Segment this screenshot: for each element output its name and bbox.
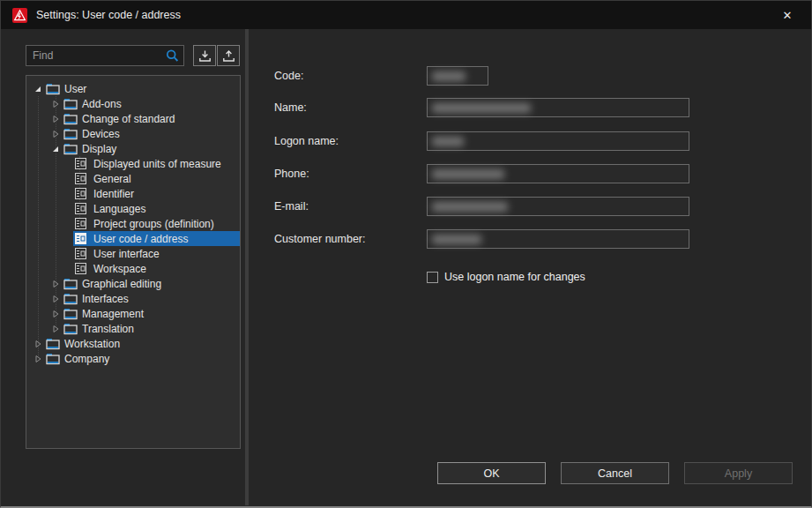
redacted-value xyxy=(432,71,466,81)
tree-item-label: Add-ons xyxy=(82,98,122,110)
triangle-collapsed-icon[interactable] xyxy=(49,98,62,110)
tree-item-company[interactable]: Company xyxy=(26,351,240,366)
name-field[interactable] xyxy=(427,98,689,117)
tree-item-change-of-standard[interactable]: Change of standard xyxy=(26,111,240,126)
arrow-down-tray-icon xyxy=(198,49,212,63)
tree-item-label: Identifier xyxy=(93,188,134,200)
tree-item-label: Interfaces xyxy=(82,293,129,305)
tree-item-label: Workstation xyxy=(64,338,120,350)
ok-button[interactable]: OK xyxy=(437,462,546,484)
phone-field[interactable] xyxy=(427,164,689,183)
folder-icon xyxy=(63,323,78,335)
tree-item-graphical-editing[interactable]: Graphical editing xyxy=(26,276,240,291)
folder-icon xyxy=(46,83,60,95)
use-logon-name-row: Use logon name for changes xyxy=(427,271,585,283)
tree-item-label: Project groups (definition) xyxy=(93,218,214,230)
triangle-collapsed-icon[interactable] xyxy=(49,323,62,335)
search-input[interactable] xyxy=(26,46,183,65)
folder-icon xyxy=(63,143,78,155)
folder-icon xyxy=(63,293,78,305)
email-label: E-mail: xyxy=(274,200,309,213)
folder-icon xyxy=(63,128,78,140)
triangle-collapsed-icon[interactable] xyxy=(32,338,44,350)
tree-item-label: General xyxy=(93,173,131,185)
titlebar: Settings: User code / address ✕ xyxy=(1,1,811,29)
settings-page-icon xyxy=(75,263,89,275)
folder-icon xyxy=(63,98,78,110)
arrow-up-tray-icon xyxy=(222,49,235,63)
use-logon-name-checkbox[interactable] xyxy=(427,272,438,283)
triangle-collapsed-icon[interactable] xyxy=(49,278,62,290)
cancel-button[interactable]: Cancel xyxy=(561,462,669,484)
tree-item-translation[interactable]: Translation xyxy=(26,321,240,336)
settings-page-icon xyxy=(75,173,89,185)
redacted-value xyxy=(432,137,464,146)
triangle-expanded-icon[interactable] xyxy=(49,143,62,155)
find-box xyxy=(26,45,184,66)
tree-item-label: Management xyxy=(82,308,144,320)
tree-item-project-groups-definition[interactable]: Project groups (definition) xyxy=(26,216,240,231)
tree-item-workstation[interactable]: Workstation xyxy=(26,336,240,351)
settings-page-icon xyxy=(75,218,89,230)
settings-window: Settings: User code / address ✕ Us xyxy=(0,0,812,508)
tree-item-label: User xyxy=(64,83,86,95)
phone-label: Phone: xyxy=(274,168,309,180)
tree-item-label: User code / address xyxy=(93,233,188,245)
folder-icon xyxy=(63,308,78,320)
tree-item-management[interactable]: Management xyxy=(26,306,240,321)
code-field[interactable] xyxy=(427,66,488,86)
logon-name-label: Logon name: xyxy=(274,135,339,147)
tree-item-general[interactable]: General xyxy=(26,171,240,186)
use-logon-name-label: Use logon name for changes xyxy=(444,271,585,283)
tree-item-label: Change of standard xyxy=(82,113,175,125)
export-settings-button[interactable] xyxy=(217,45,240,66)
tree-item-identifier[interactable]: Identifier xyxy=(26,186,240,201)
tree-item-user-interface[interactable]: User interface xyxy=(26,246,240,261)
panel-splitter[interactable] xyxy=(245,29,249,505)
magnifier-icon[interactable] xyxy=(165,49,180,64)
close-icon[interactable]: ✕ xyxy=(774,1,801,29)
tree-item-add-ons[interactable]: Add-ons xyxy=(26,96,240,111)
tree-item-user[interactable]: User xyxy=(26,81,240,96)
tree-item-label: Display xyxy=(82,143,116,155)
tree-item-label: Company xyxy=(64,353,109,365)
tree-item-displayed-units-of-measure[interactable]: Displayed units of measure xyxy=(26,156,240,171)
email-field[interactable] xyxy=(427,197,689,216)
triangle-collapsed-icon[interactable] xyxy=(32,353,44,365)
triangle-collapsed-icon[interactable] xyxy=(49,308,62,320)
tree-item-label: Displayed units of measure xyxy=(93,158,221,170)
triangle-collapsed-icon[interactable] xyxy=(49,128,62,140)
tree-item-display[interactable]: Display xyxy=(26,141,240,156)
name-label: Name: xyxy=(274,101,307,114)
tree-item-devices[interactable]: Devices xyxy=(26,126,240,141)
tree-item-user-code-address[interactable]: User code / address xyxy=(26,231,240,246)
folder-icon xyxy=(46,338,60,350)
redacted-value xyxy=(432,202,508,212)
triangle-collapsed-icon[interactable] xyxy=(49,293,62,305)
customer-number-field[interactable] xyxy=(427,229,689,249)
settings-page-icon xyxy=(75,158,89,170)
code-label: Code: xyxy=(274,70,303,82)
redacted-value xyxy=(432,103,531,113)
apply-button[interactable]: Apply xyxy=(684,462,793,484)
triangle-collapsed-icon[interactable] xyxy=(49,113,62,125)
import-settings-button[interactable] xyxy=(193,45,216,66)
redacted-value xyxy=(432,169,504,179)
settings-page-icon xyxy=(75,188,89,200)
tree-item-label: Graphical editing xyxy=(82,278,161,290)
triangle-expanded-icon[interactable] xyxy=(32,83,44,95)
settings-tree: User Add-ons Change of standard Devices … xyxy=(26,75,241,449)
eplan-logo-icon xyxy=(12,8,27,23)
customer-number-label: Customer number: xyxy=(274,233,366,245)
tree-item-workspace[interactable]: Workspace xyxy=(26,261,240,276)
tree-item-interfaces[interactable]: Interfaces xyxy=(26,291,240,306)
folder-icon xyxy=(46,353,60,365)
logon-name-field[interactable] xyxy=(427,131,689,151)
tree-item-label: Workspace xyxy=(93,263,146,275)
tree-item-languages[interactable]: Languages xyxy=(26,201,240,216)
folder-icon xyxy=(63,113,78,125)
settings-page-icon xyxy=(75,233,89,245)
tree-item-label: Devices xyxy=(82,128,120,140)
user-code-address-form: Code: Name: Logon name: Phone: E-mail: C… xyxy=(250,29,811,507)
redacted-value xyxy=(432,235,481,244)
